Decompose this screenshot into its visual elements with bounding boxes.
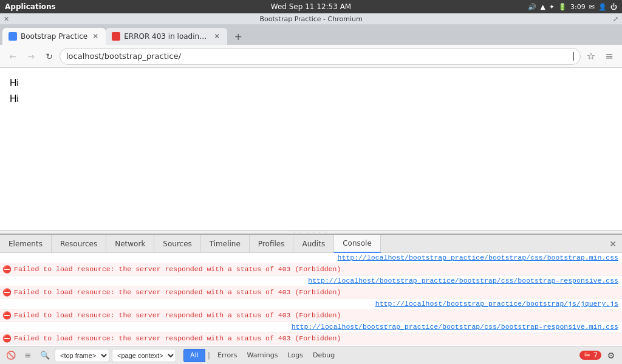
tab-error-403[interactable]: ERROR 403 in loading res... ✕ xyxy=(106,28,227,45)
forward-button[interactable]: → xyxy=(23,49,39,64)
devtools-tab-resources[interactable]: Resources xyxy=(52,235,106,253)
error-icon: ⛔ xyxy=(2,334,12,343)
tab-close-1[interactable]: ✕ xyxy=(91,32,100,41)
search-button[interactable]: 🔍 xyxy=(38,348,52,363)
os-datetime: Wed Sep 11 12:53 AM xyxy=(271,2,351,11)
tab-label-2: ERROR 403 in loading res... xyxy=(124,32,209,41)
tab-label-1: Bootstrap Practice xyxy=(21,32,87,41)
error-message: Failed to load resource: the server resp… xyxy=(14,288,620,297)
battery-icon: 🔋 xyxy=(558,3,567,11)
console-url-row: http://localhost/bootstrap_practice/boot… xyxy=(0,299,622,309)
error-icon: ⛔ xyxy=(2,288,12,297)
devtools-tab-timeline[interactable]: Timeline xyxy=(201,235,250,253)
error-message: Failed to load resource: the server resp… xyxy=(14,334,620,343)
devtools-tab-profiles[interactable]: Profiles xyxy=(250,235,294,253)
chrome-tabs-bar: Bootstrap Practice ✕ ERROR 403 in loadin… xyxy=(0,24,622,45)
tab-favicon-2 xyxy=(112,32,120,41)
console-error-row: ⛔Failed to load resource: the server res… xyxy=(0,332,622,345)
frame-selector[interactable]: <top frame> xyxy=(55,349,109,362)
new-tab-button[interactable]: + xyxy=(230,28,247,45)
devtools-panel: Elements Resources Network Sources Timel… xyxy=(0,234,622,364)
devtools-close-button[interactable]: ✕ xyxy=(604,235,622,253)
window-title: Bootstrap Practice - Chromium xyxy=(9,15,613,23)
os-app-menu[interactable]: Applications xyxy=(5,2,56,11)
error-count-badge: ⛔ 7 xyxy=(579,351,601,360)
error-count: 7 xyxy=(593,351,598,359)
devtools-tab-console[interactable]: Console xyxy=(334,235,381,253)
console-error-row: ⛔Failed to load resource: the server res… xyxy=(0,263,622,276)
devtools-tabs-bar: Elements Resources Network Sources Timel… xyxy=(0,235,622,253)
chrome-navbar: ← → ↻ localhost/bootstrap_practice/ ☆ ≡ xyxy=(0,45,622,68)
console-output[interactable]: http://localhost/bootstrap_practice/boot… xyxy=(0,253,622,346)
filter-all-button[interactable]: All xyxy=(183,349,205,362)
console-resource-url[interactable]: http://localhost/bootstrap_practice/boot… xyxy=(308,277,618,285)
console-url-row: http://localhost/bootstrap_practice/boot… xyxy=(0,322,622,332)
filter-errors-button[interactable]: Errors xyxy=(213,350,242,360)
error-message: Failed to load resource: the server resp… xyxy=(14,311,620,320)
context-selector[interactable]: <page context> xyxy=(112,349,176,362)
chrome-menu-button[interactable]: ≡ xyxy=(601,49,617,64)
wifi-icon: ▲ xyxy=(540,3,545,11)
console-resource-url[interactable]: http://localhost/bootstrap_practice/boot… xyxy=(375,300,618,308)
window-maximize[interactable]: ⤢ xyxy=(613,15,618,23)
error-message: Failed to load resource: the server resp… xyxy=(14,265,620,274)
devtools-bottom-toolbar: 🚫 ≡ 🔍 <top frame> <page context> All | E… xyxy=(0,346,622,364)
os-time: 3:09 xyxy=(570,3,586,11)
page-text-line-2: Hi xyxy=(10,91,612,107)
filter-debug-button[interactable]: Debug xyxy=(308,350,340,360)
filter-warnings-button[interactable]: Warnings xyxy=(242,350,283,360)
devtools-tab-audits[interactable]: Audits xyxy=(293,235,334,253)
url-cursor xyxy=(573,52,574,61)
devtools-tab-elements[interactable]: Elements xyxy=(0,235,52,253)
back-button[interactable]: ← xyxy=(5,49,21,64)
os-system-tray: 🔊 ▲ ✦ 🔋 3:09 ✉ 👤 ⏻ xyxy=(528,3,617,11)
reload-button[interactable]: ↻ xyxy=(41,49,57,64)
email-icon: ✉ xyxy=(589,3,595,11)
error-badge-icon: ⛔ xyxy=(583,351,592,359)
console-error-row: ⛔Failed to load resource: the server res… xyxy=(0,286,622,299)
devtools-tab-sources[interactable]: Sources xyxy=(154,235,200,253)
clear-console-button[interactable]: 🚫 xyxy=(4,348,18,363)
url-bar[interactable]: localhost/bootstrap_practice/ xyxy=(60,48,581,65)
bookmark-button[interactable]: ☆ xyxy=(583,49,599,64)
console-filter-buttons: All | Errors Warnings Logs Debug xyxy=(183,349,340,362)
devtools-settings-button[interactable]: ⚙ xyxy=(604,348,618,363)
filter-logs-button[interactable]: Logs xyxy=(283,350,308,360)
tab-favicon-1 xyxy=(9,32,17,41)
chrome-window: ✕ Bootstrap Practice - Chromium ⤢ Bootst… xyxy=(0,13,622,364)
os-topbar: Applications Wed Sep 11 12:53 AM 🔊 ▲ ✦ 🔋… xyxy=(0,0,622,13)
page-content: Hi Hi xyxy=(0,68,622,230)
console-resource-url[interactable]: http://localhost/bootstrap_practice/boot… xyxy=(292,323,618,331)
power-icon: ⏻ xyxy=(610,3,617,11)
devtools-tab-network[interactable]: Network xyxy=(106,235,154,253)
console-url-row: http://localhost/bootstrap_practice/boot… xyxy=(0,276,622,286)
error-icon: ⛔ xyxy=(2,311,12,320)
chrome-titlebar: ✕ Bootstrap Practice - Chromium ⤢ xyxy=(0,13,622,24)
filter-input-button[interactable]: ≡ xyxy=(21,348,35,363)
url-text: localhost/bootstrap_practice/ xyxy=(66,52,571,61)
error-icon: ⛔ xyxy=(2,265,12,274)
user-icon: 👤 xyxy=(598,3,607,11)
window-close[interactable]: ✕ xyxy=(4,15,9,23)
tab-bootstrap-practice[interactable]: Bootstrap Practice ✕ xyxy=(2,28,106,45)
console-error-row: ⛔Failed to load resource: the server res… xyxy=(0,309,622,322)
page-text-line-1: Hi xyxy=(10,75,612,91)
tab-close-2[interactable]: ✕ xyxy=(213,32,221,41)
volume-icon: 🔊 xyxy=(528,3,536,11)
bluetooth-icon: ✦ xyxy=(549,3,555,11)
